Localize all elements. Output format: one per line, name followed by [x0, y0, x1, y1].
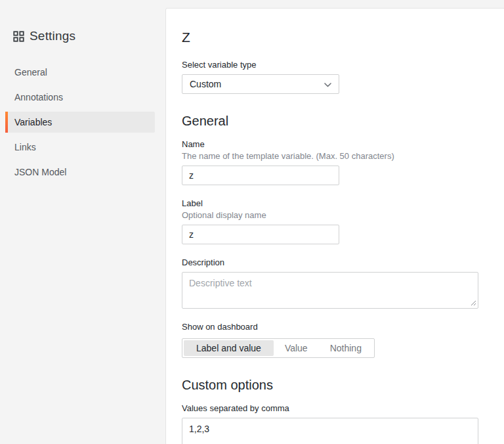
- sidebar-item-annotations[interactable]: Annotations: [5, 87, 155, 108]
- sidebar-item-json-model[interactable]: JSON Model: [5, 162, 155, 183]
- label-field: Label Optional display name: [182, 198, 504, 244]
- radio-option-nothing[interactable]: Nothing: [319, 340, 373, 356]
- variable-type-label: Select variable type: [182, 60, 504, 70]
- radio-option-value[interactable]: Value: [274, 340, 319, 356]
- variable-type-field: Select variable type Custom: [182, 60, 504, 94]
- settings-header: Settings: [0, 29, 165, 43]
- chevron-down-icon: [324, 78, 331, 90]
- sidebar-item-links[interactable]: Links: [5, 137, 155, 158]
- description-textarea[interactable]: [182, 272, 478, 309]
- label-input[interactable]: [182, 225, 339, 244]
- custom-values-textarea[interactable]: 1,2,3: [182, 418, 478, 444]
- variable-type-value: Custom: [190, 79, 221, 89]
- show-on-dashboard-label: Show on dashboard: [182, 322, 504, 332]
- settings-nav: General Annotations Variables Links JSON…: [0, 62, 165, 183]
- variable-editor-panel: Z Select variable type Custom General Na…: [165, 8, 504, 444]
- variable-type-select[interactable]: Custom: [182, 74, 339, 94]
- custom-options-heading: Custom options: [182, 378, 504, 393]
- resize-handle-icon[interactable]: [471, 300, 476, 306]
- general-section-heading: General: [182, 114, 504, 129]
- label-description: Optional display name: [182, 210, 504, 220]
- apps-grid-icon: [13, 31, 24, 42]
- page-title: Z: [182, 30, 504, 45]
- custom-values-label: Values separated by comma: [182, 403, 504, 413]
- show-on-dashboard-radio-group: Label and value Value Nothing: [182, 338, 375, 358]
- sidebar-item-variables[interactable]: Variables: [5, 112, 155, 133]
- name-label: Name: [182, 139, 504, 149]
- show-on-dashboard-field: Show on dashboard Label and value Value …: [182, 322, 504, 358]
- description-label: Description: [182, 257, 504, 267]
- name-field: Name The name of the template variable. …: [182, 139, 504, 185]
- settings-title: Settings: [30, 29, 75, 43]
- name-description: The name of the template variable. (Max.…: [182, 151, 504, 161]
- sidebar-item-general[interactable]: General: [5, 62, 155, 83]
- label-label: Label: [182, 198, 504, 208]
- settings-sidebar: Settings General Annotations Variables L…: [0, 0, 165, 444]
- radio-option-label-and-value[interactable]: Label and value: [184, 340, 274, 356]
- description-field: Description: [182, 257, 504, 309]
- name-input[interactable]: [182, 166, 339, 185]
- custom-values-field: Values separated by comma 1,2,3: [182, 403, 504, 444]
